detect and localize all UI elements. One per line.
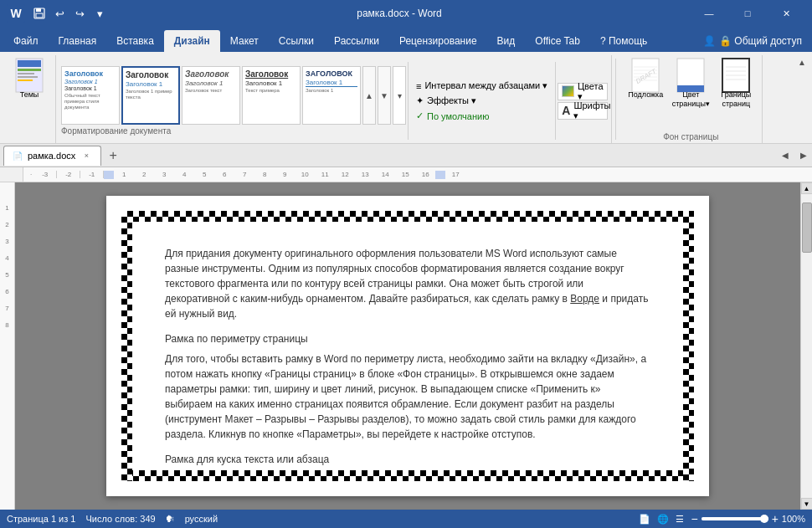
zoom-in-button[interactable]: + [772, 512, 779, 525]
status-bar: Страница 1 из 1 Число слов: 349 🗣 русски… [0, 510, 812, 528]
borders-icon [721, 60, 751, 90]
styles-more[interactable]: ▾ [393, 66, 406, 125]
tab-layout[interactable]: Макет [220, 30, 269, 52]
ribbon-separator-1 [408, 62, 409, 140]
style-thumb-4[interactable]: Заголовок Заголовок 1 Текст примера [242, 66, 301, 125]
zoom-thumb [760, 515, 768, 523]
page-color-icon [676, 60, 706, 90]
document-tab[interactable]: 📄 рамка.docx × [3, 146, 101, 166]
scroll-up-button[interactable]: ▲ [801, 182, 813, 194]
themes-button[interactable]: Темы [8, 59, 50, 101]
tab-insert[interactable]: Вставка [106, 30, 164, 52]
scroll-down-button[interactable]: ▼ [801, 498, 813, 510]
heading-1: Рамка по периметру страницы [165, 331, 650, 346]
tab-help[interactable]: ? Помощь [590, 30, 657, 52]
tab-view[interactable]: Вид [487, 30, 526, 52]
zoom-controls: − + 100% [691, 512, 805, 525]
scroll-track [801, 194, 812, 498]
close-button[interactable]: ✕ [767, 0, 805, 27]
watermark-icon: DRAFT [630, 60, 660, 90]
default-button[interactable]: ✓ По умолчанию [414, 110, 491, 122]
redo-icon[interactable]: ↪ [70, 4, 89, 23]
window-controls: — □ ✕ [690, 0, 805, 27]
colors-fonts-section: Цвета ▾ A Шрифты ▾ [558, 83, 608, 120]
spacing-icon: ≡ [416, 81, 421, 91]
new-tab-button[interactable]: + [103, 146, 123, 166]
quick-access-toolbar: ↩ ↪ ▾ [30, 4, 109, 23]
themes-content: Темы [8, 59, 50, 131]
minimize-button[interactable]: — [690, 0, 728, 27]
page-color-button[interactable]: Цветстраницы▾ [670, 59, 712, 110]
borders-label: Границы страниц [717, 90, 755, 109]
svg-rect-2 [36, 13, 43, 18]
svg-rect-4 [18, 60, 41, 67]
borders-button[interactable]: Границы страниц [715, 59, 757, 110]
ribbon-separator-2 [555, 62, 556, 140]
ribbon-content: Темы Темы Заголовок Заголовок 1 Заголово… [0, 52, 812, 144]
style-thumb-3[interactable]: Заголовок Заголовок 1 Заголовок текст [182, 66, 240, 125]
fonts-icon: A [562, 104, 570, 117]
share-button[interactable]: 👤 🔒 Общий доступ [693, 30, 812, 52]
undo-icon[interactable]: ↩ [50, 4, 69, 23]
tab-references[interactable]: Ссылки [269, 30, 324, 52]
ribbon-separator-3 [615, 59, 616, 140]
window-title: рамка.docx - Word [109, 8, 690, 19]
style-thumb-2[interactable]: Заголовок Заголовок 1 Заголовок 1 пример… [121, 66, 180, 125]
tab-file[interactable]: Файл [3, 30, 49, 52]
effects-icon: ✦ [416, 95, 424, 106]
colors-button[interactable]: Цвета ▾ [558, 83, 608, 100]
style-thumb-1[interactable]: Заголовок Заголовок 1 Заголовок 1 Обычны… [61, 66, 120, 125]
word-count: Число слов: 349 [85, 514, 155, 524]
view-web-button[interactable]: 🌐 [657, 514, 669, 525]
tab-mailings[interactable]: Рассылки [324, 30, 389, 52]
view-outline-button[interactable]: ☰ [676, 514, 684, 525]
tab-close-button[interactable]: × [80, 150, 92, 161]
vertical-ruler: 1 2 3 4 5 6 7 8 [0, 182, 15, 510]
spacing-button[interactable]: ≡ Интервал между абзацами ▾ [414, 79, 550, 92]
ribbon-tabs: Файл Главная Вставка Дизайн Макет Ссылки… [0, 27, 812, 52]
zoom-out-button[interactable]: − [691, 512, 697, 525]
scroll-thumb[interactable] [802, 202, 812, 253]
view-print-button[interactable]: 📄 [639, 514, 650, 525]
tab-bar: 📄 рамка.docx × + ◀ ▶ [0, 144, 812, 167]
word-logo-icon: W [7, 4, 25, 23]
zoom-slider[interactable] [702, 517, 768, 520]
heading-2: Рамка для куска текста или абзаца [165, 452, 650, 467]
language-status: русский [185, 514, 218, 524]
doc-formatting-group: Заголовок Заголовок 1 Заголовок 1 Обычны… [58, 55, 612, 143]
tab-officetab[interactable]: Office Tab [525, 30, 590, 52]
svg-rect-7 [18, 76, 38, 78]
style-thumb-5[interactable]: ЗАГОЛОВОК Заголовок 1 Заголовок 1 [302, 66, 361, 125]
maximize-button[interactable]: □ [728, 0, 767, 27]
tabs-scroll-right[interactable]: ▶ [795, 146, 812, 166]
svg-rect-5 [18, 69, 41, 71]
title-bar: W ↩ ↪ ▾ рамка.docx - Word — □ ✕ [0, 0, 812, 27]
save-icon[interactable] [30, 4, 49, 23]
doc-formatting-label: Форматирование документа [61, 125, 171, 136]
effects-button[interactable]: ✦ Эффекты ▾ [414, 95, 479, 107]
page-background-group: DRAFT Подложка Цвет [619, 55, 763, 143]
svg-rect-1 [36, 8, 41, 12]
title-bar-left: W ↩ ↪ ▾ [7, 4, 109, 23]
checkmark-icon: ✓ [416, 110, 424, 121]
tab-scroll-controls: ◀ ▶ [777, 146, 812, 166]
svg-rect-6 [18, 73, 34, 74]
tab-review[interactable]: Рецензирование [389, 30, 487, 52]
more-qa-icon[interactable]: ▾ [90, 4, 109, 23]
styles-scroll-down[interactable]: ▼ [378, 66, 391, 125]
ruler-corner [0, 167, 23, 182]
styles-scroll-up[interactable]: ▲ [362, 66, 376, 125]
vertical-scrollbar[interactable]: ▲ ▼ [800, 182, 812, 510]
collapse-ribbon-button[interactable]: ▲ [795, 55, 809, 69]
tab-home[interactable]: Главная [49, 30, 107, 52]
language-icon: 🗣 [166, 514, 175, 524]
tab-design[interactable]: Дизайн [164, 30, 220, 52]
vorode-link[interactable]: Ворде [570, 293, 599, 305]
watermark-button[interactable]: DRAFT Подложка [624, 59, 666, 101]
page-area: Для придания документу оригинального офо… [15, 182, 800, 510]
page-color-label: Цветстраницы▾ [672, 90, 710, 109]
document-page: Для придания документу оригинального офо… [106, 196, 709, 496]
horizontal-ruler: · -3 -2 -1 1 2 3 4 5 6 7 8 9 10 11 12 13… [0, 167, 812, 182]
fonts-button[interactable]: A Шрифты ▾ [558, 102, 608, 120]
tabs-scroll-left[interactable]: ◀ [777, 146, 794, 166]
